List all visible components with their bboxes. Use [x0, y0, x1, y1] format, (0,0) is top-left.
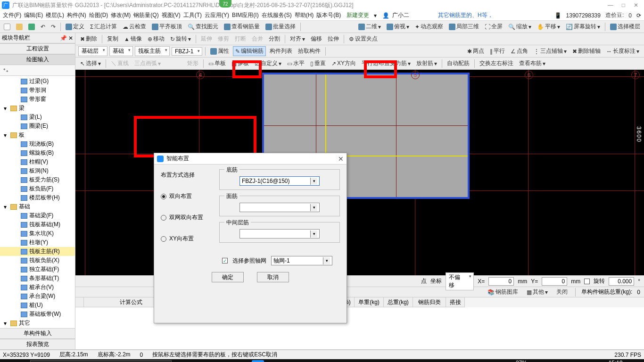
cloudcheck-button[interactable]: ☁ 云检查 [121, 22, 148, 31]
y-input[interactable] [542, 277, 567, 286]
dialog-close-button[interactable]: ✕ [338, 155, 344, 163]
app-5-icon[interactable]: ◉ [239, 360, 251, 362]
flattop-button[interactable]: 平齐板顶 [150, 22, 184, 31]
other-button[interactable]: ▦ 其他 ▾ [525, 288, 550, 296]
copy-button[interactable]: 复制 [105, 34, 120, 43]
edgeforce-button[interactable]: 平行边布置受力筋 ▾ [360, 59, 413, 68]
taskbar-search[interactable]: 在这里输入你要搜索的内容 [30, 360, 172, 362]
app-4-icon[interactable]: ☀ [225, 360, 238, 362]
menu-tool[interactable]: 工具(T) [183, 11, 202, 19]
start-button[interactable]: ⊞ [2, 359, 16, 362]
tree-item[interactable]: 圈梁(E) [0, 122, 75, 131]
tree-item[interactable]: 带形洞 [0, 86, 75, 95]
viewsteel-button[interactable]: 查看钢筋量 [222, 22, 262, 31]
tree-item[interactable]: 螺旋板(B) [0, 148, 75, 157]
tree-item[interactable]: 楼层板带(H) [0, 193, 75, 202]
threeaux-button[interactable]: ⋮ 三点辅轴 ▾ [532, 47, 569, 56]
radio-doublenet[interactable]: 双网双向布置 [161, 214, 213, 222]
notification-badge[interactable]: 72 [219, 0, 231, 8]
menu-help[interactable]: 帮助(H) [295, 11, 314, 19]
xydir-button[interactable]: ↗ XY方向 [330, 59, 358, 68]
tree-item[interactable]: ▾板 [0, 131, 75, 140]
rotate-checkbox[interactable] [584, 279, 590, 284]
stretch-button[interactable]: 拉伸 [326, 34, 341, 43]
tree-expand-icon[interactable]: ⁺₊ [3, 67, 8, 74]
info-close-button[interactable]: 关闭 [554, 288, 570, 296]
menu-floor[interactable]: 楼层(L) [46, 11, 64, 19]
menu-version[interactable]: 版本号(B) [316, 11, 341, 19]
x-input[interactable] [488, 277, 514, 286]
note-text[interactable]: 其它钢筋里的、H等， [438, 11, 493, 19]
tree-item[interactable]: 桩(U) [0, 301, 75, 310]
tree-item[interactable]: 集水坑(K) [0, 229, 75, 238]
menu-bim[interactable]: BIM应用(I) [232, 11, 259, 19]
tree-item[interactable]: ▾其它 [0, 319, 75, 328]
menu-member[interactable]: 构件(N) [67, 11, 86, 19]
user-name[interactable]: 广小二 [392, 11, 409, 19]
menu-view[interactable]: 视图(V) [162, 11, 181, 19]
offset-button[interactable]: 偏移 [309, 34, 324, 43]
save-icon[interactable] [26, 23, 37, 31]
split-button[interactable]: 分割 [267, 34, 282, 43]
app-1-icon[interactable]: ♫ [186, 360, 198, 362]
menu-file[interactable]: 文件(F) [3, 11, 21, 19]
phone-number[interactable]: 13907298339 [566, 12, 601, 19]
top-rebar-select[interactable]: ▾ [239, 203, 320, 212]
undo-icon[interactable]: ↶ [39, 23, 47, 31]
pointangle-button[interactable]: ∠ 点角 [509, 47, 530, 56]
twopoint-button[interactable]: ✱ 两点 [465, 47, 486, 56]
close-button[interactable]: ✕ [634, 2, 638, 8]
rebarlib-button[interactable]: 📚 钢筋图库 [486, 288, 520, 296]
member-type-select[interactable]: 基础 [109, 46, 133, 56]
tree-item[interactable]: 板受力筋(S) [0, 175, 75, 184]
refresh-icon[interactable]: ⟳ [636, 12, 641, 19]
cancel-button[interactable]: 取消 [257, 272, 289, 282]
bottom-rebar-select[interactable]: FBZJ-1(C16@150)▾ [239, 176, 320, 186]
point-icon[interactable]: 点 [421, 277, 427, 285]
align-button[interactable]: 对齐 ▾ [288, 34, 307, 43]
define-button[interactable]: 定义 [64, 22, 86, 31]
horiz-button[interactable]: ▭ 水平 [285, 59, 306, 68]
radio-bidir[interactable]: 双向布置 [161, 192, 213, 200]
sumcalc-button[interactable]: Σ 汇总计算 [88, 22, 119, 31]
taskview-icon[interactable]: ⧉ [173, 360, 185, 362]
app-6-icon[interactable]: 广 [252, 360, 264, 362]
select-button[interactable]: ↖ 选择 ▾ [78, 59, 103, 68]
dynview-button[interactable]: ✦ 动态观察 [413, 22, 445, 31]
menu-draw[interactable]: 绘图(D) [89, 11, 108, 19]
axis-ref-checkbox[interactable]: ✓ [222, 258, 228, 263]
pin-icon[interactable]: 📌 ✕ [60, 35, 73, 41]
floor-select[interactable]: 基础层 [78, 46, 107, 56]
bird-button[interactable]: 俯视 ▾ [385, 22, 411, 31]
2d-button[interactable]: 二维 ▾ [356, 22, 383, 31]
code-select[interactable]: FBZJ-1 [172, 47, 202, 56]
editsteel-button[interactable]: ✎ 编辑钢筋 [233, 46, 266, 56]
viewlayout-button[interactable]: 查看布筋 ▾ [517, 59, 547, 68]
app-7-icon[interactable]: ✎ [265, 360, 277, 362]
move-button[interactable]: ⊕ 移动 [146, 34, 166, 43]
coord-icon[interactable]: 坐标 [430, 277, 442, 285]
screenrot-button[interactable]: 🔄 屏幕旋转 ▾ [564, 22, 602, 31]
tree-item[interactable]: 柱墩(Y) [0, 238, 75, 247]
parallel-button[interactable]: ‖ 平行 [488, 47, 507, 56]
tree-item[interactable]: 基础梁(F) [0, 211, 75, 220]
setclamp-button[interactable]: ⚙ 设置夹点 [347, 34, 380, 43]
mirror-button[interactable]: ▲ 镜像 [122, 34, 144, 43]
ok-button[interactable]: 确定 [212, 272, 244, 282]
multi-board-button[interactable]: ▦ 多板 [230, 59, 251, 68]
tree-item[interactable]: 承台梁(W) [0, 292, 75, 301]
tree-item[interactable]: 桩承台(V) [0, 283, 75, 292]
single-board-button[interactable]: ▭ 单板 [206, 59, 228, 68]
findimg-button[interactable]: 🔍 查找图元 [186, 22, 220, 31]
tree-item[interactable]: 柱帽(V) [0, 157, 75, 166]
tree-item[interactable]: 条形基础(T) [0, 274, 75, 283]
tree-item[interactable]: 板负筋(F) [0, 184, 75, 193]
selfloor-button[interactable]: 选择楼层 [608, 22, 642, 31]
menu-cloud[interactable]: 云应用(Y) [205, 11, 229, 19]
minimize-button[interactable]: — [608, 2, 613, 8]
sidebar-settings[interactable]: 工程设置 [0, 43, 75, 54]
tree-item[interactable]: 过梁(G) [0, 77, 75, 86]
maximize-button[interactable]: □ [622, 2, 625, 8]
tree-item[interactable]: 独立基础(F) [0, 265, 75, 274]
new-icon[interactable] [2, 23, 12, 31]
